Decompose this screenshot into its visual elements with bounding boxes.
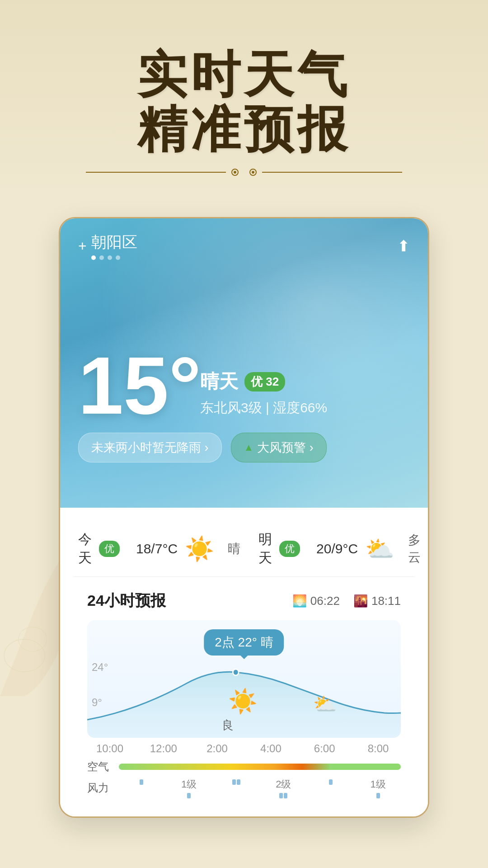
tomorrow-badge: 优 (279, 541, 300, 557)
wind-alert-text: 大风预警 › (257, 439, 314, 456)
forecast-title: 24小时预报 (87, 590, 166, 611)
aqi-badge: 优 32 (244, 372, 285, 392)
today-item: 今天 优 18/7°C ☀️ 晴 (78, 530, 240, 567)
wind-bar (329, 779, 333, 785)
weather-bottom: 今天 优 18/7°C ☀️ 晴 明天 优 20/9°C ⛅ 多云 24小时预报 (60, 508, 428, 816)
divider-circle-right (249, 169, 257, 176)
page-indicator (91, 255, 137, 260)
time-labels-row: 10:00 12:00 2:00 4:00 6:00 8:00 (87, 742, 401, 755)
weather-info: 晴天 优 32 东北风3级 | 湿度66% (200, 369, 327, 417)
sunrise-item: 🌅 06:22 (292, 594, 340, 608)
weather-top-area: + 朝阳区 ⬆ 15° 晴天 优 (60, 218, 428, 508)
dot-2 (99, 255, 104, 260)
sun-times: 🌅 06:22 🌇 18:11 (292, 594, 401, 608)
dot-4 (116, 255, 120, 260)
time-2: 2:00 (199, 742, 235, 755)
sunset-icon: 🌇 (353, 594, 368, 608)
today-temp: 18/7°C (136, 541, 178, 557)
temperature-display: 15° (78, 345, 201, 426)
wind-info: 东北风3级 (200, 400, 262, 415)
sunrise-time: 06:22 (310, 594, 340, 608)
add-location-icon[interactable]: + (78, 238, 87, 255)
chart-cloud-icon: ⛅ (313, 693, 337, 715)
wind-alert-btn[interactable]: ▲ 大风预警 › (231, 433, 327, 462)
tomorrow-item: 明天 优 20/9°C ⛅ 多云 (258, 530, 421, 567)
air-quality-row: 空气 (87, 760, 401, 774)
wind-bar (237, 779, 240, 785)
wind-label: 风力 (87, 781, 114, 795)
air-quality-bar (119, 764, 401, 770)
hero-section: 实时天气 精准预报 (0, 0, 488, 208)
svg-point-15 (233, 669, 239, 675)
time-6: 6:00 (306, 742, 343, 755)
share-icon[interactable]: ⬆ (397, 237, 410, 255)
today-badge: 优 (99, 541, 120, 557)
hourly-forecast-section: 24小时预报 🌅 06:22 🌇 18:11 2点 22° 晴 (74, 577, 414, 807)
sunrise-icon: 🌅 (292, 594, 307, 608)
rain-alert-text: 未来两小时暂无降雨 › (91, 439, 209, 456)
hero-title-2: 精准预报 (137, 102, 351, 156)
temperature-value: 15° (78, 345, 201, 426)
chart-sun-icon: ☀️ (228, 688, 258, 715)
weather-details: 东北风3级 | 湿度66% (200, 399, 327, 417)
wind-bar (279, 793, 283, 798)
aqi-label: 优 (251, 375, 263, 388)
time-12: 12:00 (145, 742, 182, 755)
weather-alerts: 未来两小时暂无降雨 › ▲ 大风预警 › (78, 433, 327, 462)
air-label: 空气 (87, 760, 114, 774)
tomorrow-icon: ⛅ (365, 535, 394, 563)
wind-row: 风力 1级 (87, 778, 401, 798)
location-area: + 朝阳区 (78, 232, 137, 260)
condition-row: 晴天 优 32 (200, 369, 327, 394)
weather-header: + 朝阳区 ⬆ (78, 232, 410, 260)
svg-point-1 (19, 627, 47, 651)
sunset-item: 🌇 18:11 (353, 594, 401, 608)
wind-bar (140, 779, 143, 785)
dot-3 (108, 255, 112, 260)
wind-bar (187, 793, 191, 798)
today-icon: ☀️ (185, 535, 214, 563)
forecast-header: 24小时预报 🌅 06:22 🌇 18:11 (87, 590, 401, 611)
separator: | (266, 400, 273, 415)
tomorrow-label: 明天 (258, 530, 272, 567)
location-name: 朝阳区 (91, 232, 137, 253)
today-label: 今天 (78, 530, 92, 567)
divider-circle-left (231, 169, 239, 176)
tomorrow-temp: 20/9°C (316, 541, 358, 557)
sunset-time: 18:11 (371, 594, 401, 608)
wind-bar (284, 793, 287, 798)
chart-quality-label: 良 (222, 717, 234, 733)
aqi-value: 32 (266, 375, 279, 388)
dot-1 (91, 255, 96, 260)
wind-segments: 1级 2级 (119, 778, 401, 798)
chart-tooltip: 2点 22° 晴 (204, 629, 284, 656)
hero-title-1: 实时天气 (137, 47, 351, 102)
svg-point-0 (4, 639, 45, 672)
today-condition: 晴 (228, 540, 240, 557)
time-8: 8:00 (360, 742, 396, 755)
divider (86, 165, 402, 179)
rain-alert-btn[interactable]: 未来两小时暂无降雨 › (78, 433, 222, 462)
wind-bar (376, 793, 380, 798)
tomorrow-condition: 多云 (408, 532, 421, 566)
daily-forecast-row: 今天 优 18/7°C ☀️ 晴 明天 优 20/9°C ⛅ 多云 (74, 521, 414, 577)
time-4: 4:00 (253, 742, 289, 755)
condition-text: 晴天 (200, 369, 238, 394)
app-card: + 朝阳区 ⬆ 15° 晴天 优 (59, 217, 429, 818)
humidity-info: 湿度66% (273, 400, 327, 415)
wind-bar (232, 779, 236, 785)
hourly-chart: 2点 22° 晴 24° 9° (87, 620, 401, 738)
time-10: 10:00 (92, 742, 128, 755)
